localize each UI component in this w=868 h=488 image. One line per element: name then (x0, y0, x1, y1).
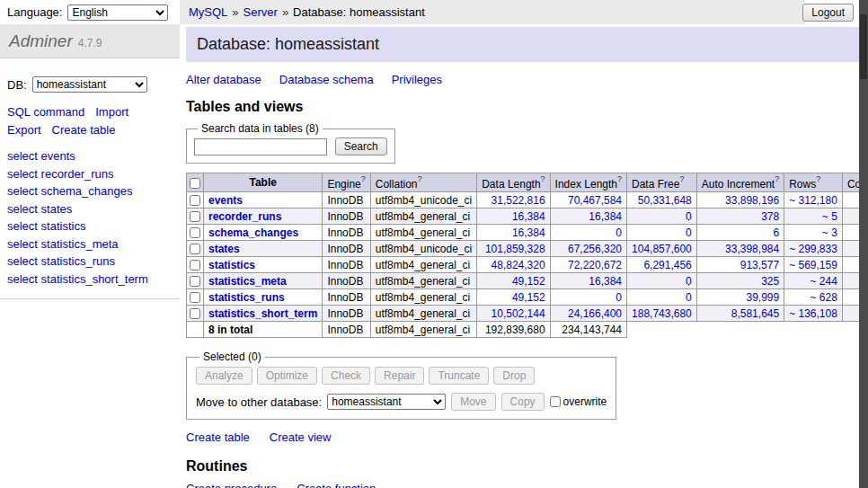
table-name-link[interactable]: statistics_short_term (208, 307, 317, 320)
sidebar-select-link[interactable]: select statistics_short_term (7, 272, 148, 286)
sidebar-select-link[interactable]: select statistics (7, 219, 85, 233)
rows-link[interactable]: ~ 569,159 (789, 259, 837, 271)
breadcrumb-mysql-link[interactable]: MySQL (189, 5, 227, 19)
table-name-link[interactable]: statistics (208, 259, 255, 271)
data-length-link[interactable]: 48,824,320 (492, 259, 545, 271)
create-view-link[interactable]: Create view (270, 430, 332, 444)
table-name-link[interactable]: statistics_meta (208, 275, 287, 288)
table-name-link[interactable]: states (208, 243, 240, 255)
index-length-link[interactable]: 24,166,400 (568, 307, 622, 320)
search-input[interactable] (194, 138, 327, 155)
select-all-checkbox[interactable] (190, 178, 200, 189)
data-length-link[interactable]: 16,384 (512, 226, 545, 239)
auto-increment-link[interactable]: 33,898,196 (725, 194, 779, 207)
row-checkbox[interactable] (190, 276, 200, 287)
help-icon[interactable]: ? (816, 174, 820, 183)
help-icon[interactable]: ? (541, 174, 545, 183)
create-table-sidebar-link[interactable]: Create table (52, 123, 116, 137)
rows-link[interactable]: ~ 244 (810, 275, 837, 288)
row-checkbox[interactable] (190, 308, 200, 319)
data-free-link[interactable]: 0 (686, 210, 692, 223)
data-length-link[interactable]: 10,502,144 (492, 307, 545, 320)
export-link[interactable]: Export (7, 123, 41, 137)
data-length-link[interactable]: 49,152 (512, 275, 545, 288)
data-free-link[interactable]: 50,331,648 (638, 194, 692, 207)
data-free-link[interactable]: 0 (686, 275, 692, 288)
row-checkbox[interactable] (190, 211, 200, 222)
auto-increment-link[interactable]: 8,581,645 (731, 307, 779, 320)
sidebar-select-link[interactable]: select statistics_runs (7, 254, 115, 268)
language-select[interactable]: English (67, 4, 168, 21)
breadcrumb-server-link[interactable]: Server (244, 5, 278, 19)
row-checkbox[interactable] (190, 244, 200, 254)
auto-increment-link[interactable]: 913,577 (740, 259, 779, 271)
sidebar-select-link[interactable]: select recorder_runs (7, 167, 114, 181)
rows-link[interactable]: ~ 312,180 (789, 194, 837, 207)
data-length-link[interactable]: 31,522,816 (492, 194, 545, 207)
move-button[interactable]: Move (451, 393, 495, 411)
auto-increment-link[interactable]: 378 (761, 210, 779, 223)
logout-button[interactable]: Logout (802, 4, 854, 22)
data-free-link[interactable]: 188,743,680 (632, 307, 692, 320)
sidebar-select-link[interactable]: select events (7, 149, 75, 163)
data-free-link[interactable]: 0 (686, 226, 692, 239)
help-icon[interactable]: ? (361, 174, 366, 183)
sql-command-link[interactable]: SQL command (7, 105, 84, 119)
index-length-link[interactable]: 0 (616, 226, 622, 239)
create-function-link[interactable]: Create function (297, 482, 376, 488)
data-free-link[interactable]: 104,857,600 (632, 243, 692, 255)
auto-increment-link[interactable]: 6 (773, 226, 779, 239)
sidebar-select-link[interactable]: select schema_changes (7, 184, 132, 198)
repair-button[interactable]: Repair (375, 367, 424, 385)
index-length-link[interactable]: 70,467,584 (568, 194, 622, 207)
rows-link[interactable]: ~ 628 (810, 291, 837, 304)
index-length-link[interactable]: 72,220,672 (568, 259, 622, 271)
rows-link[interactable]: ~ 5 (822, 210, 837, 223)
help-icon[interactable]: ? (775, 174, 779, 183)
data-length-link[interactable]: 101,859,328 (485, 243, 545, 255)
alter-database-link[interactable]: Alter database (186, 73, 261, 86)
overwrite-checkbox[interactable] (550, 396, 561, 407)
drop-button[interactable]: Drop (493, 367, 535, 385)
optimize-button[interactable]: Optimize (257, 367, 317, 385)
table-name-link[interactable]: events (208, 194, 243, 207)
sidebar-select-link[interactable]: select statistics_meta (7, 237, 119, 251)
move-db-select[interactable]: homeassistant (327, 394, 446, 410)
rows-link[interactable]: ~ 3 (822, 226, 837, 239)
auto-increment-link[interactable]: 39,999 (746, 291, 779, 304)
data-length-link[interactable]: 49,152 (512, 291, 545, 304)
copy-button[interactable]: Copy (501, 393, 545, 411)
sidebar-select-link[interactable]: select states (7, 202, 72, 216)
data-free-link[interactable]: 0 (686, 291, 692, 304)
create-table-link[interactable]: Create table (186, 430, 250, 444)
auto-increment-link[interactable]: 33,398,984 (725, 243, 779, 255)
help-icon[interactable]: ? (679, 174, 684, 183)
database-schema-link[interactable]: Database schema (279, 73, 374, 86)
data-free-link[interactable]: 6,291,456 (643, 259, 691, 271)
create-procedure-link[interactable]: Create procedure (186, 482, 277, 488)
help-icon[interactable]: ? (617, 174, 622, 183)
scrollbar-thumb[interactable] (860, 14, 867, 79)
index-length-link[interactable]: 0 (616, 291, 622, 304)
index-length-link[interactable]: 16,384 (589, 275, 622, 288)
truncate-button[interactable]: Truncate (429, 367, 489, 385)
privileges-link[interactable]: Privileges (392, 73, 442, 86)
table-name-link[interactable]: statistics_runs (208, 291, 285, 304)
index-length-link[interactable]: 16,384 (589, 210, 622, 223)
scrollbar[interactable] (859, 0, 868, 488)
auto-increment-link[interactable]: 325 (761, 275, 779, 288)
data-length-link[interactable]: 16,384 (512, 210, 545, 223)
analyze-button[interactable]: Analyze (196, 367, 252, 385)
row-checkbox[interactable] (190, 260, 200, 271)
row-checkbox[interactable] (190, 292, 200, 303)
index-length-link[interactable]: 67,256,320 (568, 243, 622, 255)
import-link[interactable]: Import (95, 105, 128, 119)
help-icon[interactable]: ? (417, 174, 421, 183)
table-name-link[interactable]: recorder_runs (208, 210, 281, 223)
check-button[interactable]: Check (322, 367, 370, 385)
row-checkbox[interactable] (190, 227, 200, 238)
rows-link[interactable]: ~ 136,108 (789, 307, 837, 320)
search-button[interactable]: Search (335, 138, 387, 155)
db-select[interactable]: homeassistant (32, 76, 147, 93)
table-name-link[interactable]: schema_changes (208, 226, 298, 239)
